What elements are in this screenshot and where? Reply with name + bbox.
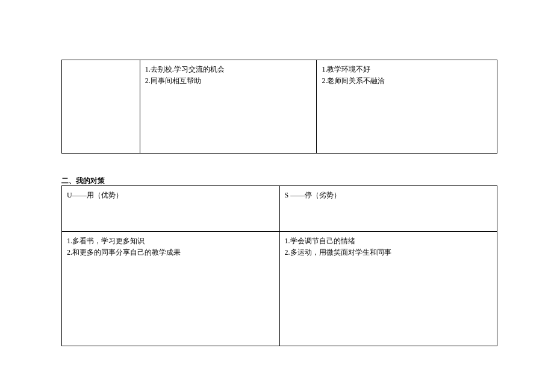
cell-line: 1.多看书，学习更多知识 [67, 235, 275, 247]
cell-line: 2.老师间关系不融洽 [322, 75, 492, 87]
analysis-table-partial: 1.去别校.学习交流的机会 2.同事间相互帮助 1.教学环境不好 2.老师间关系… [61, 60, 497, 154]
cell-line: 1.去别校.学习交流的机会 [145, 64, 312, 75]
table-cell-empty [62, 60, 140, 154]
table-row: 1.去别校.学习交流的机会 2.同事间相互帮助 1.教学环境不好 2.老师间关系… [62, 60, 497, 154]
header-text: U——用（优势） [67, 191, 123, 199]
header-text: S ——停（劣势） [285, 191, 341, 199]
section-heading: 二、我的对策 [61, 176, 105, 186]
document-page: 1.去别校.学习交流的机会 2.同事间相互帮助 1.教学环境不好 2.老师间关系… [0, 0, 554, 392]
table-cell-threats: 1.教学环境不好 2.老师间关系不融洽 [317, 60, 497, 154]
table-cell-stop-content: 1.学会调节自己的情绪 2.多运动，用微笑面对学生和同事 [279, 232, 497, 346]
cell-line: 2.多运动，用微笑面对学生和同事 [285, 247, 493, 258]
cell-line: 1.学会调节自己的情绪 [285, 235, 493, 247]
cell-line: 1.教学环境不好 [322, 64, 492, 75]
strategy-table: U——用（优势） S ——停（劣势） 1.多看书，学习更多知识 2.和更多的同事… [61, 185, 497, 346]
cell-line: 2.和更多的同事分享自己的教学成果 [67, 247, 275, 258]
cell-line: 2.同事间相互帮助 [145, 75, 312, 87]
table-cell-use-content: 1.多看书，学习更多知识 2.和更多的同事分享自己的教学成果 [62, 232, 280, 346]
table-row: 1.多看书，学习更多知识 2.和更多的同事分享自己的教学成果 1.学会调节自己的… [62, 232, 497, 346]
table-cell-opportunities: 1.去别校.学习交流的机会 2.同事间相互帮助 [140, 60, 317, 154]
table-header-use-strength: U——用（优势） [62, 186, 280, 232]
table-row: U——用（优势） S ——停（劣势） [62, 186, 497, 232]
table-header-stop-weakness: S ——停（劣势） [279, 186, 497, 232]
